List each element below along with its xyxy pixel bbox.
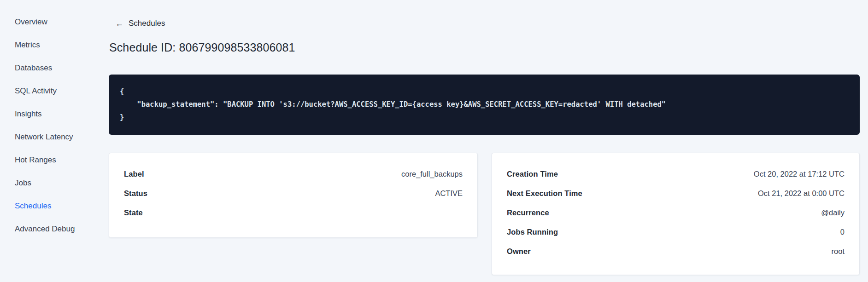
sidebar-nav-list: Overview Metrics Databases SQL Activity …: [15, 11, 75, 241]
row-label: Status: [124, 189, 147, 198]
sidebar-item-label: Databases: [15, 63, 52, 73]
row-value: ACTIVE: [435, 189, 463, 198]
sidebar-item[interactable]: Insights: [15, 103, 75, 126]
row-value: 0: [840, 228, 845, 236]
code-line: }: [120, 111, 849, 124]
card-row: Creation Time Oct 20, 2022 at 17:12 UTC: [507, 164, 845, 184]
sidebar-item-label: SQL Activity: [15, 86, 57, 96]
sidebar-item[interactable]: Network Latency: [15, 126, 75, 149]
sidebar-item[interactable]: Databases: [15, 57, 75, 80]
sidebar-item-label: Overview: [15, 17, 47, 27]
sidebar-item[interactable]: Hot Ranges: [15, 149, 75, 172]
row-value: Oct 20, 2022 at 17:12 UTC: [754, 170, 845, 178]
card-row: Jobs Running 0: [507, 222, 845, 242]
sidebar-item[interactable]: Schedules: [15, 195, 75, 218]
back-link-label: Schedules: [129, 19, 165, 28]
row-label: Next Execution Time: [507, 189, 582, 198]
code-line: "backup_statement": "BACKUP INTO 's3://b…: [120, 98, 849, 111]
row-label: Owner: [507, 247, 531, 256]
card-row: Status ACTIVE: [124, 184, 463, 203]
schedule-status-card: Label core_full_backups Status ACTIVE St…: [109, 153, 478, 238]
schedule-execution-card: Creation Time Oct 20, 2022 at 17:12 UTC …: [492, 153, 860, 275]
sidebar-item-label: Schedules: [15, 201, 51, 211]
sidebar-item-label: Jobs: [15, 178, 31, 188]
sidebar-item-label: Insights: [15, 109, 42, 119]
card-row: Next Execution Time Oct 21, 2022 at 0:00…: [507, 184, 845, 203]
code-line: {: [120, 85, 849, 98]
sidebar-item[interactable]: Jobs: [15, 172, 75, 195]
row-label: Recurrence: [507, 208, 549, 217]
sidebar-nav: Overview Metrics Databases SQL Activity …: [0, 0, 97, 282]
backup-statement-code-block: { "backup_statement": "BACKUP INTO 's3:/…: [109, 75, 860, 135]
sidebar-item[interactable]: Overview: [15, 11, 75, 34]
card-row: Label core_full_backups: [124, 164, 463, 184]
page-title: Schedule ID: 806799098533806081: [109, 41, 295, 54]
row-value: root: [832, 247, 845, 256]
sidebar-item-label: Metrics: [15, 40, 40, 50]
row-value: @daily: [821, 208, 845, 217]
row-label: Label: [124, 170, 144, 178]
sidebar-item-label: Hot Ranges: [15, 155, 56, 165]
card-row: Owner root: [507, 242, 845, 261]
back-arrow-icon: ←: [115, 19, 123, 28]
sidebar-item[interactable]: Metrics: [15, 34, 75, 57]
row-label: Jobs Running: [507, 228, 558, 236]
card-row: State: [124, 203, 463, 222]
row-label: Creation Time: [507, 170, 558, 178]
back-to-schedules-link[interactable]: ← Schedules: [115, 19, 165, 28]
sidebar-item-label: Network Latency: [15, 132, 73, 142]
row-value: core_full_backups: [401, 170, 463, 178]
row-label: State: [124, 208, 143, 217]
sidebar-item-label: Advanced Debug: [15, 224, 75, 234]
schedule-detail-page: Overview Metrics Databases SQL Activity …: [0, 0, 868, 282]
card-row: Recurrence @daily: [507, 203, 845, 222]
row-value: Oct 21, 2022 at 0:00 UTC: [758, 189, 845, 198]
sidebar-item[interactable]: Advanced Debug: [15, 218, 75, 241]
sidebar-item[interactable]: SQL Activity: [15, 80, 75, 103]
